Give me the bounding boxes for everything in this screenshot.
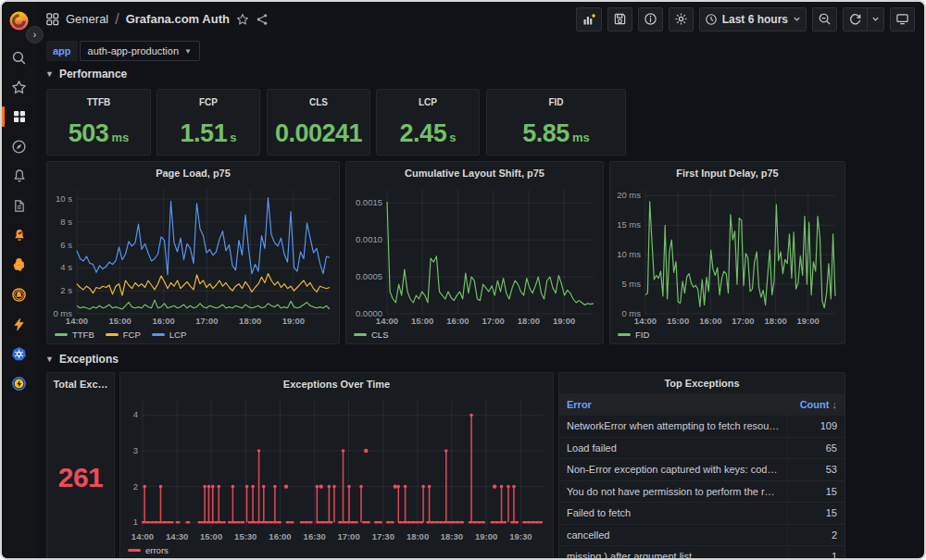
breadcrumb-folder[interactable]: General — [66, 12, 108, 26]
breadcrumb-separator: / — [115, 11, 119, 28]
cls-chart[interactable]: 0.00000.00050.00100.001514:0015:0016:001… — [346, 184, 603, 327]
legend-item-fid[interactable]: FID — [618, 330, 649, 340]
svg-text:0.0005: 0.0005 — [356, 271, 382, 281]
svg-text:15:00: 15:00 — [200, 531, 222, 541]
section-performance[interactable]: ▼ Performance — [45, 68, 127, 81]
sidebar-expand-button[interactable]: › — [26, 26, 44, 44]
panel-title[interactable]: First Input Delay, p75 — [610, 162, 845, 184]
sidebar-item-dashboards[interactable] — [2, 102, 36, 131]
table-row[interactable]: Failed to fetch15 — [559, 503, 845, 525]
refresh-interval-dropdown[interactable] — [868, 7, 884, 31]
panel-title[interactable]: LCP — [377, 97, 479, 107]
column-header-count[interactable]: Count ↓ — [787, 399, 845, 410]
legend-swatch — [55, 333, 68, 336]
sidebar-item-kubernetes-app[interactable] — [2, 339, 36, 368]
sidebar-item-synthetics-app[interactable] — [2, 368, 36, 398]
sidebar-item-ml-app[interactable] — [2, 250, 36, 280]
legend-swatch — [354, 333, 367, 336]
time-range-picker[interactable]: Last 6 hours — [699, 7, 807, 31]
count-cell: 15 — [787, 503, 845, 524]
column-header-error[interactable]: Error — [559, 399, 787, 410]
panel-title[interactable]: Top Exceptions — [559, 373, 845, 393]
sidebar-item-starred[interactable] — [2, 72, 36, 102]
sidebar-item-alerting[interactable] — [2, 161, 36, 191]
section-exceptions[interactable]: ▼ Exceptions — [45, 353, 119, 366]
chevron-down-icon: ▼ — [45, 69, 54, 79]
error-cell: Load failed — [559, 442, 787, 454]
table-row[interactable]: cancelled2 — [559, 525, 845, 547]
dashboard-settings-button[interactable] — [669, 7, 694, 31]
table-row[interactable]: Load failed65 — [559, 438, 845, 460]
fid-chart[interactable]: 0 ms5 ms10 ms15 ms20 ms14:0015:0016:0017… — [610, 184, 845, 327]
refresh-button[interactable] — [843, 7, 868, 31]
table-row[interactable]: Non-Error exception captured with keys: … — [559, 459, 845, 481]
star-icon[interactable] — [236, 13, 249, 26]
add-panel-button[interactable] — [576, 7, 602, 31]
legend-item-errors[interactable]: errors — [128, 545, 169, 555]
svg-text:8 s: 8 s — [60, 217, 72, 227]
panel-title[interactable]: FCP — [157, 97, 259, 107]
sidebar-item-search[interactable] — [2, 43, 36, 72]
count-cell: 1 — [787, 546, 845, 560]
sidebar-item-incident-app[interactable] — [2, 220, 36, 250]
sidebar-item-explore[interactable] — [2, 131, 36, 161]
legend-item-ttfb[interactable]: TTFB — [55, 330, 94, 340]
error-cell: cancelled — [559, 529, 787, 541]
panel-title[interactable]: TTFB — [47, 97, 150, 107]
svg-text:16:30: 16:30 — [304, 531, 326, 541]
panel-title[interactable]: Cumulative Layout Shift, p75 — [346, 162, 603, 184]
legend-item-cls[interactable]: CLS — [354, 330, 388, 340]
error-cell: NetworkError when attempting to fetch re… — [559, 420, 787, 431]
table-row[interactable]: NetworkError when attempting to fetch re… — [559, 416, 845, 438]
exceptions-chart[interactable]: 123414:0014:3015:0015:3016:0016:3017:001… — [120, 395, 553, 542]
zoom-out-time-button[interactable] — [812, 7, 837, 31]
svg-text:10 ms: 10 ms — [617, 249, 641, 259]
panel-title[interactable]: FID — [487, 97, 625, 107]
chart-legend: FID — [618, 327, 841, 342]
top-exceptions-table: Error Count ↓ NetworkError when attempti… — [559, 393, 845, 559]
sidebar-item-docs[interactable] — [2, 191, 36, 220]
chart-legend: CLS — [354, 327, 599, 342]
variable-label: app — [46, 41, 78, 61]
error-cell: Non-Error exception captured with keys: … — [559, 464, 787, 475]
legend-item-fcp[interactable]: FCP — [106, 330, 141, 340]
legend-label: FCP — [123, 330, 141, 340]
stat-panel-fcp: FCP1.51s — [156, 89, 260, 156]
incident-app-icon — [12, 228, 27, 243]
panel-title[interactable]: Exceptions Over Time — [120, 373, 553, 395]
chart-legend: errors — [128, 542, 549, 557]
stat-unit: ms — [572, 123, 590, 144]
dashboard-insights-button[interactable] — [638, 7, 663, 31]
panel-title[interactable]: CLS — [268, 97, 369, 107]
panel-title[interactable]: Page Load, p75 — [47, 162, 339, 184]
legend-label: LCP — [169, 330, 186, 340]
panel-top-exceptions: Top Exceptions Error Count ↓ NetworkErro… — [558, 372, 845, 560]
svg-text:18:00: 18:00 — [239, 316, 261, 326]
dashboards-icon — [12, 109, 27, 124]
dashboard-title[interactable]: Grafana.com Auth — [126, 12, 230, 26]
table-row[interactable]: missing ) after argument list1 — [559, 546, 845, 560]
svg-text:14:00: 14:00 — [131, 531, 154, 541]
stat-value: 5.85 — [522, 119, 569, 148]
svg-text:16:00: 16:00 — [152, 316, 174, 326]
table-row[interactable]: You do not have permission to perform th… — [559, 481, 845, 504]
page-load-chart[interactable]: 0 ms2 s4 s6 s8 s10 s14:0015:0016:0017:00… — [47, 184, 339, 327]
sidebar-item-profiles-app[interactable] — [2, 309, 36, 339]
legend-item-lcp[interactable]: LCP — [152, 330, 186, 340]
stat-panel-cls: CLS0.00241 — [267, 89, 370, 156]
breadcrumb: General / Grafana.com Auth — [45, 11, 269, 28]
svg-text:19:00: 19:00 — [797, 316, 820, 326]
variable-value-dropdown[interactable]: auth-app-production ▼ — [80, 41, 200, 61]
svg-text:19:00: 19:00 — [282, 316, 305, 326]
svg-text:1: 1 — [133, 516, 138, 527]
share-icon[interactable] — [256, 13, 269, 26]
svg-text:15:00: 15:00 — [109, 316, 131, 326]
stat-value: 2.45 — [400, 119, 447, 148]
svg-text:4: 4 — [133, 409, 138, 419]
section-title: Performance — [59, 68, 127, 81]
sidebar-item-oncall-app[interactable] — [2, 280, 36, 309]
save-dashboard-button[interactable] — [607, 7, 632, 31]
error-cell: missing ) after argument list — [559, 551, 787, 560]
panel-title[interactable]: Total Exc… — [47, 373, 114, 395]
tv-mode-button[interactable] — [890, 7, 915, 31]
